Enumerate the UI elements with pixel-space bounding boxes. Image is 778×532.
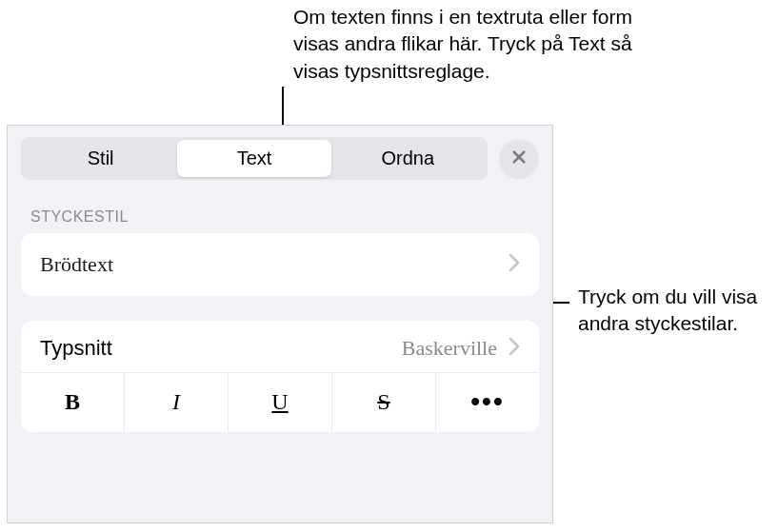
- format-panel: Stil Text Ordna STYCKESTIL Brödtext: [7, 125, 553, 523]
- close-button[interactable]: [499, 139, 539, 179]
- font-row[interactable]: Typsnitt Baskerville: [21, 321, 539, 373]
- bold-button[interactable]: B: [21, 373, 125, 432]
- tab-text[interactable]: Text: [177, 140, 330, 177]
- tab-bar: Stil Text Ordna: [8, 126, 552, 191]
- font-card: Typsnitt Baskerville B I U S •••: [21, 321, 539, 432]
- text-style-buttons: B I U S •••: [21, 373, 539, 432]
- segmented-control: Stil Text Ordna: [21, 137, 488, 180]
- tab-style[interactable]: Stil: [24, 140, 177, 177]
- underline-button[interactable]: U: [229, 373, 332, 432]
- font-value: Baskerville: [402, 336, 497, 361]
- chevron-right-icon: [509, 253, 520, 276]
- font-value-wrap: Baskerville: [402, 336, 520, 361]
- strikethrough-button[interactable]: S: [332, 373, 436, 432]
- tab-arrange[interactable]: Ordna: [331, 140, 485, 177]
- paragraph-style-header: STYCKESTIL: [8, 191, 552, 233]
- italic-button[interactable]: I: [125, 373, 229, 432]
- font-label: Typsnitt: [40, 336, 112, 361]
- chevron-right-icon: [509, 337, 520, 360]
- paragraph-style-row[interactable]: Brödtext: [21, 233, 539, 296]
- annotation-top: Om texten finns i en textruta eller form…: [293, 4, 646, 85]
- paragraph-style-card: Brödtext: [21, 233, 539, 296]
- more-options-button[interactable]: •••: [436, 373, 539, 432]
- close-icon: [510, 148, 528, 169]
- paragraph-style-value: Brödtext: [40, 252, 113, 277]
- annotation-right: Tryck om du vill visa andra styckestilar…: [578, 284, 768, 338]
